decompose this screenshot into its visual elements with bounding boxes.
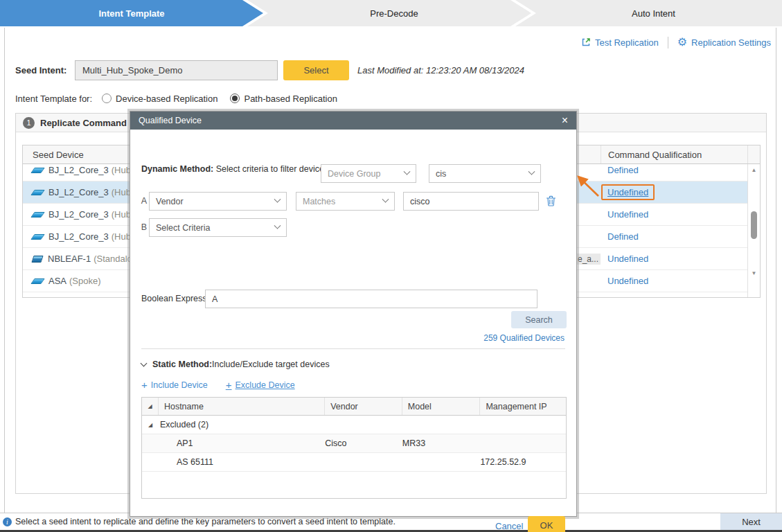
group-label: Excluded (2) <box>159 416 325 434</box>
hostname-header: Hostname <box>159 398 325 415</box>
plus-icon: + <box>226 379 232 391</box>
ok-button[interactable]: OK <box>528 516 565 532</box>
status-message: Select a seed intent to replicate and de… <box>15 517 396 526</box>
replication-settings-label: Replication Settings <box>691 37 771 48</box>
device-name: NBLEAF-1 <box>48 254 91 264</box>
criteria-b-field-select[interactable]: Select Criteria <box>149 218 287 237</box>
tab-intent-template[interactable]: Intent Template <box>0 0 263 26</box>
toolbar: Test Replication ⚙ Replication Settings <box>581 33 771 51</box>
wizard-stepper: Intent Template Pre-Decode Auto Intent <box>0 0 782 26</box>
management-ip-header: Management IP <box>480 398 566 415</box>
router-icon <box>30 212 45 218</box>
trash-icon[interactable] <box>546 192 558 211</box>
ip-cell: 172.25.52.9 <box>480 453 566 471</box>
search-button[interactable]: Search <box>511 311 567 328</box>
qualification-link[interactable]: Defined <box>607 165 639 175</box>
seed-intent-label: Seed Intent: <box>15 60 66 80</box>
chevron-down-icon <box>274 222 281 229</box>
vendor-cell: Cisco <box>325 434 402 452</box>
truncated-cell-fragment: e_a... <box>576 254 601 265</box>
cancel-button[interactable]: Cancel <box>495 517 523 532</box>
dynamic-method-label: Dynamic Method: Select criteria to filte… <box>141 164 337 174</box>
tab-auto-intent[interactable]: Auto Intent <box>515 0 782 26</box>
collapse-all-icon[interactable]: ◢ <box>142 398 159 415</box>
tab-intent-template-label: Intent Template <box>98 8 164 19</box>
command-qualification-column-header: Command Qualification <box>601 145 747 163</box>
qualification-link[interactable]: Undefined <box>607 209 648 220</box>
select-button[interactable]: Select <box>283 60 349 80</box>
criteria-a-field-select[interactable]: Vendor <box>149 192 287 211</box>
chevron-down-icon <box>274 196 281 203</box>
chevron-down-icon <box>404 168 411 175</box>
device-name: BJ_L2_Core_3 <box>48 209 109 220</box>
hostname-cell: AS 65111 <box>159 453 325 471</box>
test-replication-label: Test Replication <box>595 37 659 48</box>
gear-icon: ⚙ <box>677 37 687 48</box>
criteria-b-id: B <box>140 218 148 237</box>
qualification-link[interactable]: Undefined <box>607 254 648 264</box>
criteria-a-operator-select[interactable]: Matches <box>296 192 395 211</box>
qualification-link[interactable]: Defined <box>607 231 639 242</box>
modal-header: Qualified Device × <box>130 112 576 130</box>
boolean-expression-input[interactable] <box>205 290 537 308</box>
scroll-up-icon[interactable]: ▲ <box>748 167 760 173</box>
radio-path-based-label: Path-based Replication <box>244 94 337 104</box>
device-name: ASA <box>48 276 66 286</box>
scrollbar-header-gap <box>747 145 760 163</box>
scroll-down-icon[interactable]: ▼ <box>748 270 760 276</box>
intent-template-for-label: Intent Template for: <box>15 94 92 104</box>
vendor-header: Vendor <box>325 398 402 415</box>
device-group-select[interactable]: cis <box>429 164 541 183</box>
qualification-link-annotated[interactable]: Undefined <box>601 184 655 200</box>
vendor-cell <box>325 453 402 471</box>
router-icon <box>30 168 45 173</box>
replicate-command-title: Replicate Command <box>40 118 127 128</box>
excluded-group-row[interactable]: ◢ Excluded (2) <box>142 416 566 434</box>
include-exclude-links: + Include Device + Exclude Device <box>141 379 313 391</box>
model-cell <box>402 453 481 471</box>
device-name: BJ_L2_Core_3 <box>48 187 109 197</box>
router-icon <box>30 278 45 284</box>
router-icon <box>30 190 45 195</box>
seed-intent-input[interactable] <box>75 60 278 80</box>
table-row[interactable]: AS 65111 172.25.52.9 <box>142 453 566 472</box>
exclude-device-link[interactable]: + Exclude Device <box>226 379 295 391</box>
scope-select[interactable]: Device Group <box>321 164 416 183</box>
device-role: (Spoke) <box>69 276 101 286</box>
next-button[interactable]: Next <box>720 513 782 531</box>
static-method-label: Static Method: Include/Exclude target de… <box>141 360 330 369</box>
static-device-table: ◢ Hostname Vendor Model Management IP ◢ … <box>141 397 567 499</box>
test-replication-link[interactable]: Test Replication <box>581 37 659 48</box>
switch-icon <box>31 256 43 263</box>
model-header: Model <box>402 398 481 415</box>
table-row[interactable]: AP1 Cisco MR33 <box>142 434 566 453</box>
last-modified-text: Last Modified at: 12:23:20 AM 08/13/2024 <box>357 60 524 80</box>
step-badge: 1 <box>23 117 35 129</box>
scroll-thumb[interactable] <box>751 211 757 239</box>
model-cell: MR33 <box>402 434 481 452</box>
close-icon[interactable]: × <box>562 115 568 126</box>
radio-device-based[interactable]: Device-based Replication <box>102 94 217 104</box>
static-table-header: ◢ Hostname Vendor Model Management IP <box>142 398 566 416</box>
radio-device-based-circle[interactable] <box>102 94 112 103</box>
radio-path-based-circle[interactable] <box>230 94 240 103</box>
criteria-a-id: A <box>140 192 148 211</box>
replication-settings-link[interactable]: ⚙ Replication Settings <box>677 37 771 48</box>
qualified-devices-link[interactable]: 259 Qualified Devices <box>483 333 565 343</box>
include-device-link[interactable]: + Include Device <box>141 379 208 391</box>
tab-pre-decode[interactable]: Pre-Decode <box>247 0 531 26</box>
criteria-a-value-input[interactable] <box>403 192 539 211</box>
qualification-link[interactable]: Undefined <box>607 276 648 286</box>
section-divider <box>141 348 565 349</box>
radio-path-based[interactable]: Path-based Replication <box>230 94 337 104</box>
chevron-down-icon <box>528 168 535 175</box>
hostname-cell: AP1 <box>159 434 325 452</box>
device-name: BJ_L2_Core_3 <box>48 165 109 175</box>
collapse-group-icon[interactable]: ◢ <box>142 416 159 434</box>
modal-title: Qualified Device <box>139 116 202 125</box>
collapse-chevron-icon[interactable] <box>141 360 148 367</box>
chevron-down-icon <box>382 196 389 203</box>
table-scrollbar[interactable]: ▲ ▼ <box>747 164 760 297</box>
ip-cell <box>480 434 566 452</box>
tab-auto-intent-label: Auto Intent <box>632 8 675 19</box>
